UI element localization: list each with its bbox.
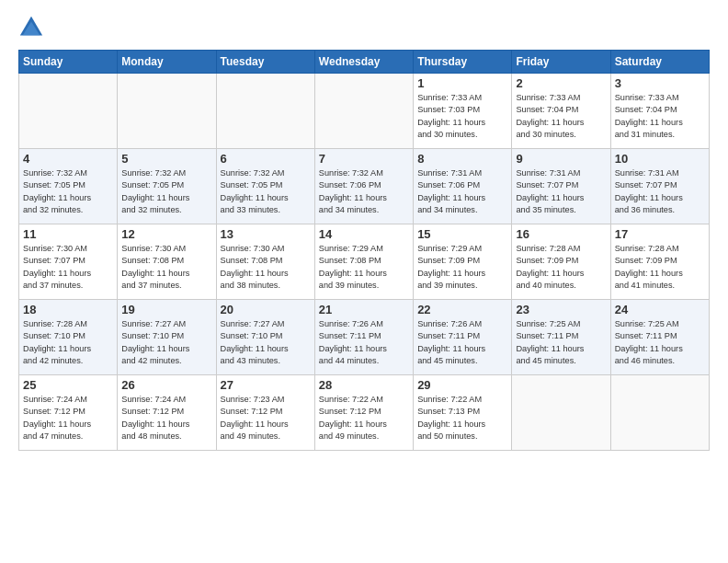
day-info: Sunrise: 7:22 AM Sunset: 7:13 PM Dayligh… — [417, 394, 507, 442]
day-number: 27 — [221, 378, 311, 392]
day-info: Sunrise: 7:27 AM Sunset: 7:10 PM Dayligh… — [221, 318, 311, 367]
day-header-wednesday: Wednesday — [314, 51, 413, 74]
day-info: Sunrise: 7:30 AM Sunset: 7:08 PM Dayligh… — [121, 243, 211, 292]
day-info: Sunrise: 7:26 AM Sunset: 7:11 PM Dayligh… — [417, 318, 507, 367]
week-row-2: 4Sunrise: 7:32 AM Sunset: 7:05 PM Daylig… — [19, 149, 710, 224]
day-info: Sunrise: 7:28 AM Sunset: 7:09 PM Dayligh… — [615, 243, 705, 292]
day-header-saturday: Saturday — [610, 51, 709, 74]
day-info: Sunrise: 7:29 AM Sunset: 7:09 PM Dayligh… — [417, 243, 507, 292]
day-number: 11 — [23, 227, 113, 241]
day-info: Sunrise: 7:22 AM Sunset: 7:12 PM Dayligh… — [319, 394, 409, 442]
calendar-cell: 17Sunrise: 7:28 AM Sunset: 7:09 PM Dayli… — [610, 224, 709, 300]
calendar-cell: 10Sunrise: 7:31 AM Sunset: 7:07 PM Dayli… — [610, 149, 709, 224]
calendar-cell: 16Sunrise: 7:28 AM Sunset: 7:09 PM Dayli… — [512, 224, 610, 300]
day-info: Sunrise: 7:31 AM Sunset: 7:06 PM Dayligh… — [417, 167, 507, 216]
calendar-cell: 20Sunrise: 7:27 AM Sunset: 7:10 PM Dayli… — [216, 300, 314, 375]
page: SundayMondayTuesdayWednesdayThursdayFrid… — [0, 0, 728, 462]
day-number: 2 — [516, 76, 606, 90]
day-number: 26 — [121, 378, 211, 392]
week-row-5: 25Sunrise: 7:24 AM Sunset: 7:12 PM Dayli… — [19, 375, 710, 451]
day-number: 8 — [417, 152, 507, 166]
day-number: 14 — [319, 227, 409, 241]
day-info: Sunrise: 7:31 AM Sunset: 7:07 PM Dayligh… — [516, 167, 606, 216]
day-header-tuesday: Tuesday — [216, 51, 314, 74]
day-number: 20 — [221, 303, 311, 316]
calendar-cell: 2Sunrise: 7:33 AM Sunset: 7:04 PM Daylig… — [512, 74, 610, 149]
calendar-cell: 18Sunrise: 7:28 AM Sunset: 7:10 PM Dayli… — [19, 300, 118, 375]
calendar-cell: 8Sunrise: 7:31 AM Sunset: 7:06 PM Daylig… — [414, 149, 512, 224]
week-row-4: 18Sunrise: 7:28 AM Sunset: 7:10 PM Dayli… — [19, 300, 710, 375]
day-number: 12 — [121, 227, 211, 241]
day-number: 16 — [516, 227, 606, 241]
day-info: Sunrise: 7:25 AM Sunset: 7:11 PM Dayligh… — [516, 318, 606, 367]
day-number: 10 — [615, 152, 705, 166]
calendar-cell: 22Sunrise: 7:26 AM Sunset: 7:11 PM Dayli… — [414, 300, 512, 375]
calendar-cell: 15Sunrise: 7:29 AM Sunset: 7:09 PM Dayli… — [414, 224, 512, 300]
calendar-cell — [314, 74, 413, 149]
day-info: Sunrise: 7:25 AM Sunset: 7:11 PM Dayligh… — [615, 318, 705, 367]
day-info: Sunrise: 7:32 AM Sunset: 7:05 PM Dayligh… — [221, 167, 311, 216]
day-number: 15 — [417, 227, 507, 241]
day-info: Sunrise: 7:33 AM Sunset: 7:03 PM Dayligh… — [417, 92, 507, 141]
day-info: Sunrise: 7:33 AM Sunset: 7:04 PM Dayligh… — [615, 92, 705, 141]
calendar-cell: 6Sunrise: 7:32 AM Sunset: 7:05 PM Daylig… — [216, 149, 314, 224]
day-info: Sunrise: 7:33 AM Sunset: 7:04 PM Dayligh… — [516, 92, 606, 141]
day-number: 9 — [516, 152, 606, 166]
day-header-monday: Monday — [118, 51, 216, 74]
day-header-friday: Friday — [512, 51, 610, 74]
day-number: 25 — [23, 378, 113, 392]
calendar-cell: 24Sunrise: 7:25 AM Sunset: 7:11 PM Dayli… — [610, 300, 709, 375]
calendar-cell: 21Sunrise: 7:26 AM Sunset: 7:11 PM Dayli… — [314, 300, 413, 375]
day-header-sunday: Sunday — [19, 51, 118, 74]
day-number: 19 — [121, 303, 211, 316]
calendar-cell: 28Sunrise: 7:22 AM Sunset: 7:12 PM Dayli… — [314, 375, 413, 451]
calendar-cell: 9Sunrise: 7:31 AM Sunset: 7:07 PM Daylig… — [512, 149, 610, 224]
calendar-cell: 14Sunrise: 7:29 AM Sunset: 7:08 PM Dayli… — [314, 224, 413, 300]
day-info: Sunrise: 7:31 AM Sunset: 7:07 PM Dayligh… — [615, 167, 705, 216]
logo-icon — [18, 15, 44, 40]
calendar-cell: 19Sunrise: 7:27 AM Sunset: 7:10 PM Dayli… — [118, 300, 216, 375]
day-number: 28 — [319, 378, 409, 392]
week-row-1: 1Sunrise: 7:33 AM Sunset: 7:03 PM Daylig… — [19, 74, 710, 149]
day-number: 13 — [221, 227, 311, 241]
calendar-cell: 25Sunrise: 7:24 AM Sunset: 7:12 PM Dayli… — [19, 375, 118, 451]
day-number: 17 — [615, 227, 705, 241]
calendar-cell: 1Sunrise: 7:33 AM Sunset: 7:03 PM Daylig… — [414, 74, 512, 149]
calendar-cell: 3Sunrise: 7:33 AM Sunset: 7:04 PM Daylig… — [610, 74, 709, 149]
calendar-cell — [610, 375, 709, 451]
calendar-cell: 4Sunrise: 7:32 AM Sunset: 7:05 PM Daylig… — [19, 149, 118, 224]
calendar-cell — [118, 74, 216, 149]
day-info: Sunrise: 7:28 AM Sunset: 7:09 PM Dayligh… — [516, 243, 606, 292]
calendar-cell — [512, 375, 610, 451]
calendar-cell: 11Sunrise: 7:30 AM Sunset: 7:07 PM Dayli… — [19, 224, 118, 300]
day-info: Sunrise: 7:24 AM Sunset: 7:12 PM Dayligh… — [121, 394, 211, 442]
day-number: 22 — [417, 303, 507, 316]
day-header-thursday: Thursday — [414, 51, 512, 74]
calendar-cell — [216, 74, 314, 149]
day-number: 6 — [221, 152, 311, 166]
day-number: 3 — [615, 76, 705, 90]
day-number: 5 — [121, 152, 211, 166]
calendar-cell: 7Sunrise: 7:32 AM Sunset: 7:06 PM Daylig… — [314, 149, 413, 224]
calendar-header-row: SundayMondayTuesdayWednesdayThursdayFrid… — [19, 51, 710, 74]
calendar-cell: 23Sunrise: 7:25 AM Sunset: 7:11 PM Dayli… — [512, 300, 610, 375]
day-info: Sunrise: 7:26 AM Sunset: 7:11 PM Dayligh… — [319, 318, 409, 367]
day-number: 7 — [319, 152, 409, 166]
calendar-cell: 5Sunrise: 7:32 AM Sunset: 7:05 PM Daylig… — [118, 149, 216, 224]
day-info: Sunrise: 7:24 AM Sunset: 7:12 PM Dayligh… — [23, 394, 113, 442]
day-info: Sunrise: 7:32 AM Sunset: 7:06 PM Dayligh… — [319, 167, 409, 216]
calendar-cell: 29Sunrise: 7:22 AM Sunset: 7:13 PM Dayli… — [414, 375, 512, 451]
calendar-cell: 27Sunrise: 7:23 AM Sunset: 7:12 PM Dayli… — [216, 375, 314, 451]
calendar-table: SundayMondayTuesdayWednesdayThursdayFrid… — [18, 50, 710, 451]
calendar-cell: 12Sunrise: 7:30 AM Sunset: 7:08 PM Dayli… — [118, 224, 216, 300]
day-info: Sunrise: 7:27 AM Sunset: 7:10 PM Dayligh… — [121, 318, 211, 367]
day-number: 18 — [23, 303, 113, 316]
day-number: 24 — [615, 303, 705, 316]
day-info: Sunrise: 7:29 AM Sunset: 7:08 PM Dayligh… — [319, 243, 409, 292]
day-info: Sunrise: 7:30 AM Sunset: 7:07 PM Dayligh… — [23, 243, 113, 292]
day-number: 29 — [417, 378, 507, 392]
day-number: 1 — [417, 76, 507, 90]
calendar-cell: 13Sunrise: 7:30 AM Sunset: 7:08 PM Dayli… — [216, 224, 314, 300]
calendar-cell — [19, 74, 118, 149]
day-number: 23 — [516, 303, 606, 316]
